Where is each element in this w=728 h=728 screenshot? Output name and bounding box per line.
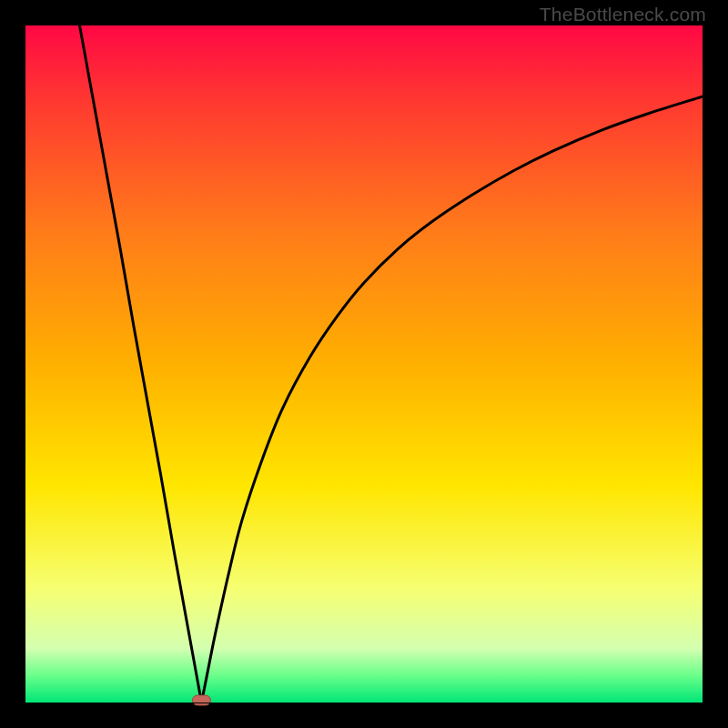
chart-container: TheBottleneck.com (0, 0, 728, 728)
bottleneck-chart (0, 0, 728, 728)
watermark-text: TheBottleneck.com (540, 4, 706, 25)
optimal-marker (192, 695, 210, 705)
plot-background (25, 25, 703, 703)
